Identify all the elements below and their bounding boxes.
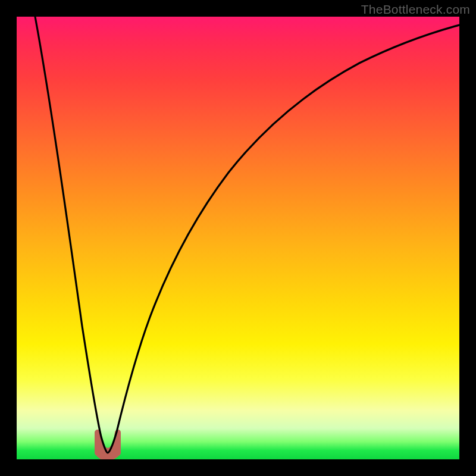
plot-area	[17, 17, 459, 459]
bottleneck-curve	[17, 17, 459, 459]
watermark-text: TheBottleneck.com	[361, 2, 470, 17]
outer-frame: TheBottleneck.com	[0, 0, 476, 476]
curve-path	[35, 17, 459, 453]
